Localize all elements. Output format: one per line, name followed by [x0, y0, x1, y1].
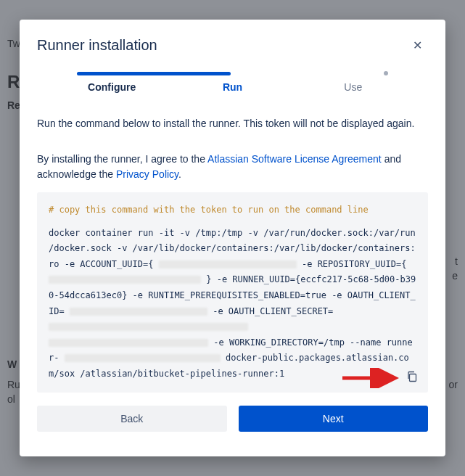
step-labels: Configure Run Use	[37, 81, 428, 93]
stepper	[37, 71, 428, 75]
redacted-repository-uuid	[49, 276, 201, 284]
svg-rect-0	[410, 374, 416, 381]
modal-title: Runner installation	[37, 37, 157, 54]
step-progress-pending	[231, 72, 384, 75]
code-seg: -e REPOSITORY_UUID={	[302, 259, 407, 269]
back-button[interactable]: Back	[37, 406, 227, 432]
button-row: Back Next	[37, 406, 428, 432]
redacted-account-uuid	[159, 260, 297, 268]
modal-header: Runner installation ✕	[37, 37, 428, 71]
copy-icon	[406, 371, 418, 382]
redacted-runner-name	[65, 354, 221, 362]
close-button[interactable]: ✕	[407, 37, 428, 54]
step-use: Use	[293, 81, 413, 93]
copy-button[interactable]	[406, 371, 418, 382]
agree-suffix: .	[178, 168, 181, 180]
agreement-text: By installing the runner, I agree to the…	[37, 152, 428, 182]
runner-installation-modal: Runner installation ✕ Configure Run Use …	[20, 20, 445, 456]
redacted-secret-cont	[49, 339, 208, 347]
step-progress-done	[77, 72, 231, 75]
annotation-arrow	[341, 368, 403, 388]
close-icon: ✕	[413, 39, 422, 52]
redacted-oauth-client-secret	[49, 323, 248, 331]
install-command-block[interactable]: # copy this command with the token to ru…	[37, 192, 428, 393]
code-seg: -e OAUTH_CLIENT_SECRET=	[213, 306, 333, 316]
code-comment: # copy this command with the token to ru…	[49, 202, 416, 218]
step-dot-pending	[384, 71, 388, 75]
step-run[interactable]: Run	[172, 81, 292, 93]
step-configure[interactable]: Configure	[52, 81, 172, 93]
next-button[interactable]: Next	[239, 406, 429, 432]
license-agreement-link[interactable]: Atlassian Software License Agreement	[207, 153, 382, 165]
agree-prefix: By installing the runner, I agree to the	[37, 153, 207, 165]
redacted-oauth-client-id	[70, 308, 207, 316]
privacy-policy-link[interactable]: Privacy Policy	[116, 168, 178, 180]
instruction-text: Run the command below to install the run…	[37, 116, 428, 131]
